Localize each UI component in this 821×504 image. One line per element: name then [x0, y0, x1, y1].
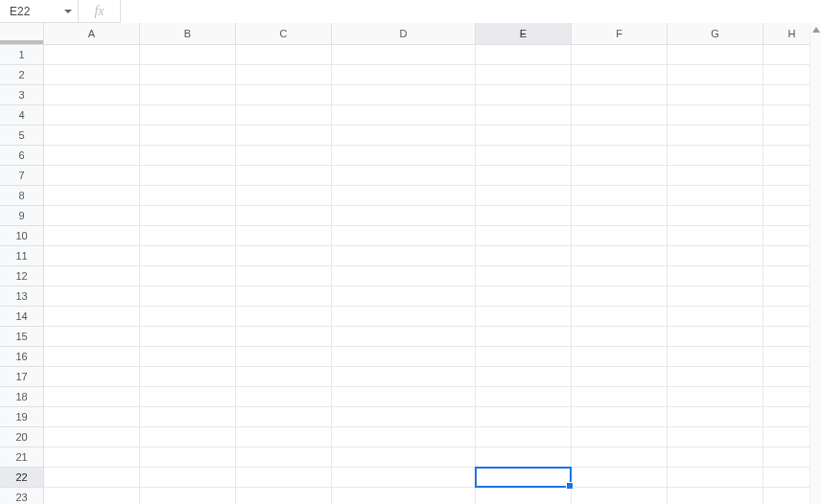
row-header-7[interactable]: 7 [0, 166, 44, 186]
cell[interactable] [476, 246, 572, 266]
cell[interactable] [140, 206, 236, 226]
cell[interactable] [44, 146, 140, 166]
cell[interactable] [332, 186, 476, 206]
cell[interactable] [572, 427, 668, 447]
cell[interactable] [572, 166, 668, 186]
cell[interactable] [668, 206, 763, 226]
cell[interactable] [476, 367, 572, 387]
cell[interactable] [44, 347, 140, 367]
cell[interactable] [668, 65, 763, 85]
cell[interactable] [236, 85, 332, 105]
cell[interactable] [668, 367, 763, 387]
cell[interactable] [236, 427, 332, 447]
cell[interactable] [140, 468, 236, 488]
cell[interactable] [236, 166, 332, 186]
cell[interactable] [44, 126, 140, 146]
cell[interactable] [572, 246, 668, 266]
row-header-17[interactable]: 17 [0, 367, 44, 387]
cell[interactable] [572, 186, 668, 206]
cell[interactable] [332, 286, 476, 307]
cell[interactable] [44, 186, 140, 206]
cell[interactable] [332, 105, 476, 126]
cell[interactable] [668, 286, 763, 307]
cell[interactable] [140, 85, 236, 105]
cell[interactable] [332, 307, 476, 327]
cell[interactable] [44, 246, 140, 266]
cell[interactable] [476, 206, 572, 226]
row-header-12[interactable]: 12 [0, 266, 44, 286]
cell[interactable] [572, 307, 668, 327]
cell[interactable] [572, 105, 668, 126]
cell[interactable] [572, 126, 668, 146]
cell[interactable] [476, 146, 572, 166]
row-header-2[interactable]: 2 [0, 65, 44, 85]
row-header-11[interactable]: 11 [0, 246, 44, 266]
cell[interactable] [236, 367, 332, 387]
row-header-20[interactable]: 20 [0, 427, 44, 447]
column-header-E[interactable]: E [476, 23, 572, 45]
cell[interactable] [44, 447, 140, 468]
cell[interactable] [44, 226, 140, 246]
cell[interactable] [332, 347, 476, 367]
cell[interactable] [140, 146, 236, 166]
cell[interactable] [476, 105, 572, 126]
cell[interactable] [236, 226, 332, 246]
cell[interactable] [44, 206, 140, 226]
cell[interactable] [236, 186, 332, 206]
row-header-14[interactable]: 14 [0, 307, 44, 327]
cell[interactable] [668, 488, 763, 504]
cell[interactable] [332, 327, 476, 347]
row-header-4[interactable]: 4 [0, 105, 44, 126]
cell[interactable] [332, 427, 476, 447]
cell[interactable] [668, 105, 763, 126]
cell[interactable] [476, 307, 572, 327]
cell[interactable] [476, 286, 572, 307]
cell[interactable] [332, 468, 476, 488]
row-header-3[interactable]: 3 [0, 85, 44, 105]
cell[interactable] [44, 65, 140, 85]
cell[interactable] [332, 407, 476, 427]
cell[interactable] [236, 126, 332, 146]
select-all-corner[interactable] [0, 23, 44, 45]
column-header-C[interactable]: C [236, 23, 332, 45]
cell[interactable] [44, 488, 140, 504]
cell[interactable] [668, 186, 763, 206]
row-header-9[interactable]: 9 [0, 206, 44, 226]
cell[interactable] [236, 307, 332, 327]
row-header-8[interactable]: 8 [0, 186, 44, 206]
cell[interactable] [332, 387, 476, 407]
cell[interactable] [332, 246, 476, 266]
cell[interactable] [668, 126, 763, 146]
cell[interactable] [236, 105, 332, 126]
cell[interactable] [236, 327, 332, 347]
cell[interactable] [668, 407, 763, 427]
row-header-15[interactable]: 15 [0, 327, 44, 347]
cell[interactable] [140, 226, 236, 246]
column-header-G[interactable]: G [668, 23, 763, 45]
cell[interactable] [572, 65, 668, 85]
cell[interactable] [668, 45, 763, 65]
cell[interactable] [572, 286, 668, 307]
cell[interactable] [332, 367, 476, 387]
cell[interactable] [236, 447, 332, 468]
row-header-23[interactable]: 23 [0, 488, 44, 504]
cell[interactable] [236, 387, 332, 407]
cell[interactable] [476, 186, 572, 206]
cell[interactable] [44, 286, 140, 307]
cell[interactable] [236, 45, 332, 65]
cell[interactable] [140, 307, 236, 327]
cell[interactable] [572, 488, 668, 504]
row-header-22[interactable]: 22 [0, 468, 44, 488]
cell[interactable] [332, 45, 476, 65]
cell[interactable] [332, 226, 476, 246]
cell[interactable] [476, 45, 572, 65]
column-header-B[interactable]: B [140, 23, 236, 45]
cell[interactable] [332, 206, 476, 226]
cell[interactable] [668, 427, 763, 447]
cell[interactable] [572, 146, 668, 166]
row-header-1[interactable]: 1 [0, 45, 44, 65]
cell[interactable] [140, 427, 236, 447]
cell[interactable] [44, 387, 140, 407]
cell[interactable] [44, 468, 140, 488]
column-header-F[interactable]: F [572, 23, 668, 45]
